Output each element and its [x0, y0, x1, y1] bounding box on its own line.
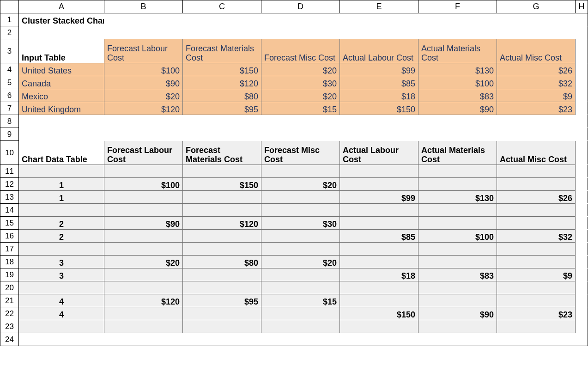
- cell-G2[interactable]: [497, 26, 576, 39]
- cell-D5[interactable]: $30: [261, 76, 340, 89]
- cell-C6[interactable]: $80: [183, 89, 261, 102]
- cell-H3[interactable]: [576, 39, 588, 63]
- cell-A6[interactable]: Mexico: [19, 89, 104, 102]
- cell-H12[interactable]: [576, 178, 588, 191]
- cell-C20[interactable]: [183, 281, 261, 294]
- cell-A11[interactable]: [19, 165, 104, 178]
- cell-D18[interactable]: $20: [261, 256, 340, 268]
- cell-D22[interactable]: [261, 307, 340, 320]
- cell-E9[interactable]: [340, 128, 418, 141]
- cell-H19[interactable]: [576, 268, 588, 281]
- cell-H10[interactable]: [576, 141, 588, 165]
- cell-A15[interactable]: 2: [19, 217, 104, 230]
- cell-F3[interactable]: Actual Materials Cost: [418, 39, 497, 63]
- cell-H16[interactable]: [576, 230, 588, 243]
- cell-H1[interactable]: [576, 13, 588, 26]
- cell-A20[interactable]: [19, 281, 104, 294]
- cell-D11[interactable]: [261, 165, 340, 178]
- cell-G3[interactable]: Actual Misc Cost: [497, 39, 576, 63]
- cell-G18[interactable]: [497, 256, 576, 268]
- cell-B5[interactable]: $90: [104, 76, 183, 89]
- cell-A1[interactable]: Cluster Stacked Chart Template: [19, 13, 104, 26]
- cell-F2[interactable]: [418, 26, 497, 39]
- cell-A14[interactable]: [19, 204, 104, 217]
- cell-A22[interactable]: 4: [19, 307, 104, 320]
- cell-A10[interactable]: Chart Data Table: [19, 141, 104, 165]
- cell-H11[interactable]: [576, 165, 588, 178]
- cell-D16[interactable]: [261, 230, 340, 243]
- cell-F18[interactable]: [418, 256, 497, 268]
- cell-E12[interactable]: [340, 178, 418, 191]
- row-header-19[interactable]: 19: [0, 268, 19, 281]
- cell-F21[interactable]: [418, 294, 497, 307]
- cell-D14[interactable]: [261, 204, 340, 217]
- cell-E2[interactable]: [340, 26, 418, 39]
- cell-B15[interactable]: $90: [104, 217, 183, 230]
- row-header-15[interactable]: 15: [0, 217, 19, 230]
- cell-E18[interactable]: [340, 256, 418, 268]
- row-header-24[interactable]: 24: [0, 333, 19, 346]
- cell-E3[interactable]: Actual Labour Cost: [340, 39, 418, 63]
- cell-G10[interactable]: Actual Misc Cost: [497, 141, 576, 165]
- cell-B21[interactable]: $120: [104, 294, 183, 307]
- row-header-10[interactable]: 10: [0, 141, 19, 165]
- cell-H20[interactable]: [576, 281, 588, 294]
- cell-C9[interactable]: [183, 128, 261, 141]
- cell-D7[interactable]: $15: [261, 102, 340, 115]
- cell-F16[interactable]: $100: [418, 230, 497, 243]
- cell-G9[interactable]: [497, 128, 576, 141]
- cell-C23[interactable]: [183, 320, 261, 333]
- cell-B12[interactable]: $100: [104, 178, 183, 191]
- cell-B19[interactable]: [104, 268, 183, 281]
- cell-G12[interactable]: [497, 178, 576, 191]
- cell-H18[interactable]: [576, 256, 588, 268]
- cell-B16[interactable]: [104, 230, 183, 243]
- cell-E14[interactable]: [340, 204, 418, 217]
- cell-G16[interactable]: $32: [497, 230, 576, 243]
- cell-G13[interactable]: $26: [497, 191, 576, 204]
- cell-H13[interactable]: [576, 191, 588, 204]
- cell-E24[interactable]: [340, 333, 418, 346]
- cell-E6[interactable]: $18: [340, 89, 418, 102]
- cell-D15[interactable]: $30: [261, 217, 340, 230]
- cell-C3[interactable]: Forecast Materials Cost: [183, 39, 261, 63]
- cell-C10[interactable]: Forecast Materials Cost: [183, 141, 261, 165]
- cell-F22[interactable]: $90: [418, 307, 497, 320]
- col-header-B[interactable]: B: [104, 0, 183, 13]
- cell-E13[interactable]: $99: [340, 191, 418, 204]
- cell-H4[interactable]: [576, 63, 588, 76]
- row-header-2[interactable]: 2: [0, 26, 19, 39]
- cell-E1[interactable]: [340, 13, 418, 26]
- cell-G24[interactable]: [497, 333, 576, 346]
- cell-A8[interactable]: [19, 115, 104, 128]
- col-header-E[interactable]: E: [340, 0, 418, 13]
- cell-D10[interactable]: Forecast Misc Cost: [261, 141, 340, 165]
- cell-D2[interactable]: [261, 26, 340, 39]
- cell-A24[interactable]: [19, 333, 104, 346]
- cell-A23[interactable]: [19, 320, 104, 333]
- cell-A21[interactable]: 4: [19, 294, 104, 307]
- cell-D24[interactable]: [261, 333, 340, 346]
- cell-C16[interactable]: [183, 230, 261, 243]
- cell-F10[interactable]: Actual Materials Cost: [418, 141, 497, 165]
- cell-B24[interactable]: [104, 333, 183, 346]
- cell-H5[interactable]: [576, 76, 588, 89]
- cell-G20[interactable]: [497, 281, 576, 294]
- cell-H9[interactable]: [576, 128, 588, 141]
- col-header-A[interactable]: A: [19, 0, 104, 13]
- cell-F5[interactable]: $100: [418, 76, 497, 89]
- cell-C18[interactable]: $80: [183, 256, 261, 268]
- row-header-4[interactable]: 4: [0, 63, 19, 76]
- cell-G7[interactable]: $23: [497, 102, 576, 115]
- cell-B3[interactable]: Forecast Labour Cost: [104, 39, 183, 63]
- row-header-16[interactable]: 16: [0, 230, 19, 243]
- cell-E23[interactable]: [340, 320, 418, 333]
- cell-E20[interactable]: [340, 281, 418, 294]
- cell-B9[interactable]: [104, 128, 183, 141]
- cell-E22[interactable]: $150: [340, 307, 418, 320]
- cell-C14[interactable]: [183, 204, 261, 217]
- cell-C4[interactable]: $150: [183, 63, 261, 76]
- cell-B20[interactable]: [104, 281, 183, 294]
- row-header-21[interactable]: 21: [0, 294, 19, 307]
- cell-A19[interactable]: 3: [19, 268, 104, 281]
